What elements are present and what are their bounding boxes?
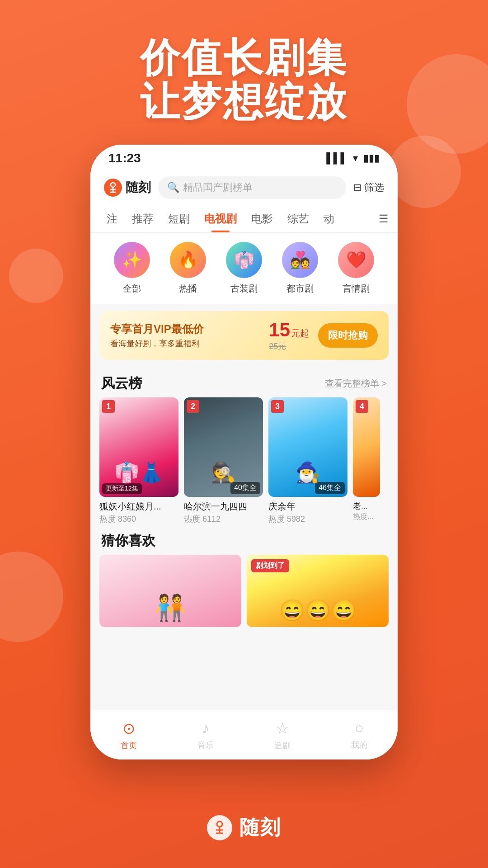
music-icon: ♪: [202, 719, 210, 737]
category-all[interactable]: ✨ 全部: [104, 242, 160, 295]
app-logo-icon: [104, 179, 122, 197]
category-hot[interactable]: 🔥 热播: [160, 242, 216, 295]
bottom-nav-follow[interactable]: ☆ 追剧: [244, 719, 321, 751]
hero-line2: 让梦想绽放: [0, 80, 488, 124]
youlike-badge-2: 剧划到了: [251, 559, 289, 572]
drama-heat-2: 热度 6112: [184, 514, 263, 524]
hero-line1: 价值长剧集: [0, 36, 488, 80]
category-all-label: 全部: [123, 283, 141, 295]
tab-movie[interactable]: 电影: [244, 205, 280, 232]
price-number: 15: [269, 319, 290, 341]
tab-recommend[interactable]: 推荐: [125, 205, 161, 232]
wifi-icon: ▾: [353, 152, 358, 164]
drama-title-4: 老...: [353, 500, 380, 511]
drama-title-2: 哈尔滨一九四四: [184, 500, 263, 513]
profile-label: 我的: [351, 740, 367, 750]
category-city-label: 都市剧: [286, 283, 314, 295]
bg-decoration-4: [9, 249, 63, 303]
price-unit: 元起: [291, 327, 309, 340]
battery-icon: ▮▮▮: [363, 152, 380, 164]
tab-short-drama[interactable]: 短剧: [161, 205, 197, 232]
home-label: 首页: [121, 740, 137, 751]
logo-text: 随刻: [126, 179, 151, 196]
music-label: 音乐: [197, 740, 214, 750]
category-city-icon: 💑: [282, 242, 318, 278]
drama-heat-4: 热度...: [353, 512, 380, 522]
status-bar: 11:23 ▌▌▌ ▾ ▮▮▮: [90, 145, 398, 172]
category-ancient-label: 古装剧: [230, 283, 258, 295]
category-romance-icon: ❤️: [338, 242, 374, 278]
bottom-nav: ⊙ 首页 ♪ 音乐 ☆ 追剧 ○ 我的: [90, 710, 398, 760]
tab-more[interactable]: ☰: [379, 212, 389, 225]
price-original: 25元: [269, 341, 286, 352]
status-time: 11:23: [108, 151, 141, 165]
vip-subtitle: 看海量好剧，享多重福利: [110, 338, 260, 349]
rank-badge-3: 3: [271, 400, 284, 413]
drama-card-1[interactable]: 1 更新至12集 👘👗 狐妖小红娘月... 热度 8360: [99, 397, 178, 524]
nav-tabs: 注 推荐 短剧 电视剧 电影 综艺 动 ☰: [90, 205, 398, 233]
fengyun-more[interactable]: 查看完整榜单 >: [325, 377, 387, 390]
search-placeholder: 精品国产剧榜单: [183, 181, 253, 194]
hero-section: 价值长剧集 让梦想绽放: [0, 36, 488, 124]
vip-price: 15 元起 25元: [269, 319, 309, 352]
vip-title: 专享首月VIP最低价: [110, 322, 260, 336]
drama-cards-row: 1 更新至12集 👘👗 狐妖小红娘月... 热度 8360 2 40集全 🕵️ …: [90, 397, 398, 524]
signal-icon: ▌▌▌: [326, 152, 347, 164]
drama-heat-1: 热度 8360: [99, 514, 178, 524]
drama-card-3[interactable]: 3 46集全 🧙‍♂️ 庆余年 热度 5982: [268, 397, 347, 524]
category-ancient[interactable]: 👘 古装剧: [216, 242, 272, 295]
youlike-card-1[interactable]: 🧑‍🤝‍🧑: [99, 555, 241, 627]
tab-animation[interactable]: 动: [316, 205, 342, 232]
rank-badge-1: 1: [102, 400, 115, 413]
youlike-card-2[interactable]: 剧划到了 😄😄😄: [247, 555, 389, 627]
phone-mockup: 11:23 ▌▌▌ ▾ ▮▮▮ 随刻 🔍: [90, 145, 398, 760]
filter-icon: ⊟: [353, 182, 361, 193]
drama-heat-3: 热度 5982: [268, 514, 347, 524]
status-icons: ▌▌▌ ▾ ▮▮▮: [326, 152, 380, 164]
bottom-nav-home[interactable]: ⊙ 首页: [90, 719, 167, 751]
follow-icon: ☆: [276, 719, 289, 737]
youlike-title: 猜你喜欢: [101, 532, 155, 550]
price-stack: 15 元起 25元: [269, 319, 309, 352]
category-romance[interactable]: ❤️ 言情剧: [328, 242, 384, 295]
vip-banner[interactable]: 专享首月VIP最低价 看海量好剧，享多重福利 15 元起 25元 限时抢购: [99, 311, 389, 360]
drama-title-1: 狐妖小红娘月...: [99, 500, 178, 513]
tab-register[interactable]: 注: [99, 205, 125, 232]
tab-variety[interactable]: 综艺: [280, 205, 316, 232]
app-logo: 随刻: [104, 179, 151, 197]
brand-logo-icon: [207, 815, 232, 840]
category-romance-label: 言情剧: [343, 283, 370, 295]
search-icon: 🔍: [167, 182, 179, 193]
drama-card-2[interactable]: 2 40集全 🕵️ 哈尔滨一九四四 热度 6112: [184, 397, 263, 524]
drama-thumb-4: 4: [353, 397, 380, 497]
search-bar[interactable]: 🔍 精品国产剧榜单: [158, 176, 346, 199]
app-header: 随刻 🔍 精品国产剧榜单 ⊟ 筛选: [90, 172, 398, 205]
drama-card-4[interactable]: 4 老... 热度...: [353, 397, 380, 524]
fengyun-title: 风云榜: [101, 374, 142, 393]
bottom-nav-music[interactable]: ♪ 音乐: [167, 719, 244, 750]
rank-badge-2: 2: [187, 400, 199, 413]
bottom-brand: 随刻: [0, 814, 488, 841]
drama-thumb-1: 1 更新至12集 👘👗: [99, 397, 178, 497]
update-badge-1: 更新至12集: [102, 483, 142, 494]
vip-buy-button[interactable]: 限时抢购: [318, 323, 378, 348]
category-city[interactable]: 💑 都市剧: [272, 242, 328, 295]
category-ancient-icon: 👘: [226, 242, 262, 278]
youlike-row: 🧑‍🤝‍🧑 剧划到了 😄😄😄: [90, 555, 398, 627]
category-row: ✨ 全部 🔥 热播 👘 古装剧 💑 都市剧 ❤️ 言情剧: [90, 233, 398, 304]
brand-name: 随刻: [239, 814, 281, 841]
home-icon: ⊙: [122, 719, 135, 737]
drama-thumb-3: 3 46集全 🧙‍♂️: [268, 397, 347, 497]
bg-decoration-3: [0, 552, 63, 642]
youlike-section-header: 猜你喜欢: [90, 524, 398, 555]
tab-tv-drama[interactable]: 电视剧: [197, 205, 244, 232]
drama-thumb-2: 2 40集全 🕵️: [184, 397, 263, 497]
category-all-icon: ✨: [114, 242, 150, 278]
fengyun-section-header: 风云榜 查看完整榜单 >: [90, 367, 398, 397]
bottom-nav-profile[interactable]: ○ 我的: [321, 719, 398, 750]
category-hot-icon: 🔥: [170, 242, 206, 278]
category-hot-label: 热播: [179, 283, 197, 295]
filter-label: 筛选: [364, 181, 384, 194]
filter-button[interactable]: ⊟ 筛选: [353, 181, 384, 194]
profile-icon: ○: [355, 719, 364, 737]
